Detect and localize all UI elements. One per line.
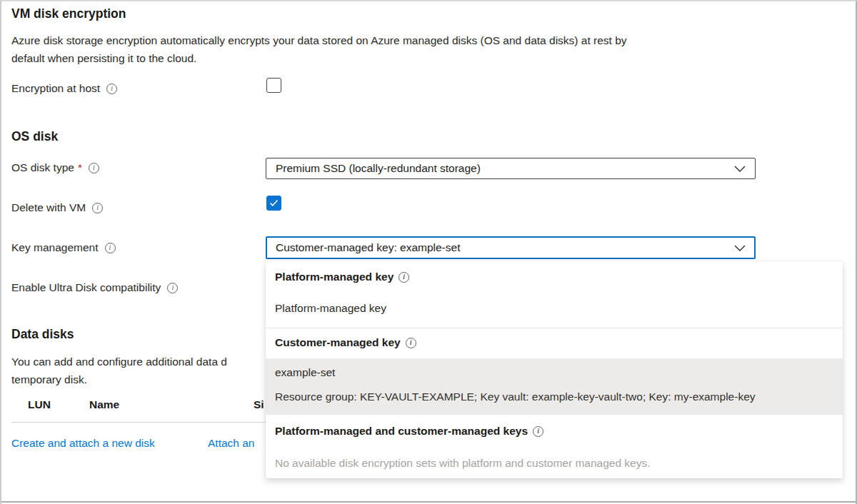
option-title: example-set	[275, 366, 335, 379]
data-disks-description-line1: You can add and configure additional dat…	[11, 356, 227, 368]
enable-ultra-disk-label: Enable Ultra Disk compatibility	[11, 281, 161, 294]
os-disk-type-label: OS disk type	[11, 161, 74, 174]
vm-disk-encryption-description-line1: Azure disk storage encryption automatica…	[11, 34, 627, 47]
info-icon[interactable]: i	[89, 163, 99, 173]
group-header-platform-managed-key: Platform-managed key i	[275, 271, 409, 283]
group-header-platform-and-customer-managed-keys: Platform-managed and customer-managed ke…	[275, 425, 543, 438]
option-example-set[interactable]: example-set Resource group: KEY-VAULT-EX…	[266, 358, 843, 415]
enable-ultra-disk-label-row: Enable Ultra Disk compatibility i	[11, 281, 178, 294]
os-disk-type-select[interactable]: Premium SSD (locally-redundant storage)	[266, 158, 756, 179]
vm-create-disks-pane: VM disk encryption Azure disk storage en…	[0, 0, 857, 504]
chevron-down-icon	[734, 166, 746, 172]
encryption-at-host-label-row: Encryption at host i	[11, 82, 117, 95]
option-platform-managed-key[interactable]: Platform-managed key	[275, 302, 386, 315]
info-icon[interactable]: i	[533, 426, 543, 437]
info-icon[interactable]: i	[399, 272, 409, 283]
section-title-data-disks: Data disks	[11, 327, 74, 342]
check-icon	[269, 199, 279, 207]
column-header-lun: LUN	[28, 398, 51, 411]
bottom-border	[1, 501, 856, 503]
required-asterisk: *	[78, 161, 82, 174]
key-management-label: Key management	[11, 241, 99, 254]
delete-with-vm-checkbox[interactable]	[266, 196, 281, 211]
dropdown-divider	[266, 328, 843, 328]
delete-with-vm-label: Delete with VM	[11, 201, 86, 214]
os-disk-type-value: Premium SSD (locally-redundant storage)	[276, 162, 481, 175]
create-and-attach-new-disk-link[interactable]: Create and attach a new disk	[11, 437, 155, 450]
section-title-os-disk: OS disk	[11, 129, 58, 144]
attach-existing-disk-link[interactable]: Attach an	[208, 437, 255, 450]
info-icon[interactable]: i	[106, 84, 117, 94]
encryption-at-host-label: Encryption at host	[11, 82, 100, 95]
key-management-value: Customer-managed key: example-set	[276, 241, 460, 254]
group-header-customer-managed-key: Customer-managed key i	[275, 336, 416, 349]
info-icon[interactable]: i	[105, 243, 116, 253]
info-icon[interactable]: i	[406, 338, 416, 348]
encryption-at-host-checkbox[interactable]	[266, 78, 281, 93]
key-management-combobox[interactable]: Customer-managed key: example-set	[266, 236, 756, 259]
table-divider	[11, 422, 266, 423]
key-management-dropdown: Platform-managed key i Platform-managed …	[266, 261, 843, 478]
column-header-name: Name	[89, 398, 119, 411]
column-header-size: Si	[254, 398, 264, 411]
section-title-vm-disk-encryption: VM disk encryption	[11, 6, 126, 21]
data-disks-description-line2: temporary disk.	[11, 373, 87, 386]
info-icon[interactable]: i	[167, 283, 178, 293]
info-icon[interactable]: i	[92, 203, 103, 213]
option-subtitle: Resource group: KEY-VAULT-EXAMPLE; Key v…	[275, 390, 756, 403]
delete-with-vm-label-row: Delete with VM i	[11, 201, 103, 214]
vm-disk-encryption-description-line2: default when persisting it to the cloud.	[11, 52, 196, 65]
key-management-label-row: Key management i	[11, 241, 116, 254]
empty-state-text: No available disk encryption sets with p…	[275, 457, 651, 470]
os-disk-type-label-row: OS disk type * i	[11, 161, 99, 174]
chevron-down-icon	[734, 245, 746, 251]
